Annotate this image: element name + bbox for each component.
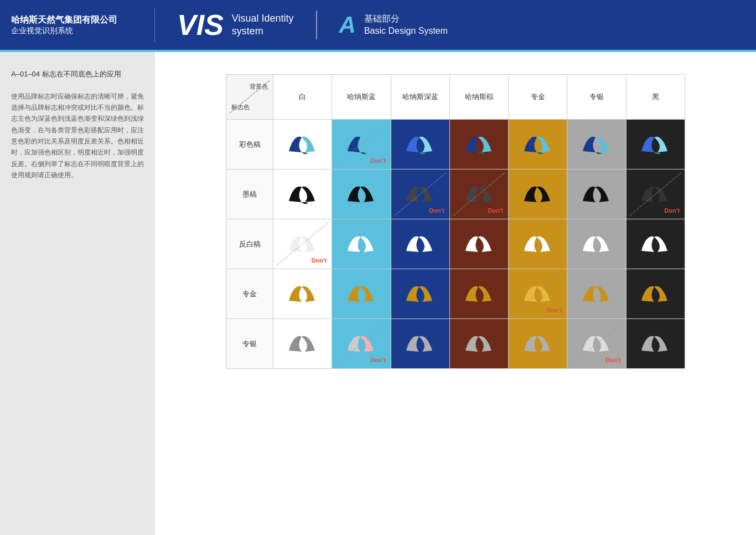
cell-fanbai-silver — [567, 219, 626, 269]
logo-zhuanyin-dark-blue — [403, 328, 437, 359]
cell-caise-white — [273, 120, 332, 169]
logo-caise-black — [639, 129, 672, 160]
logo-fanbai-black — [639, 229, 672, 259]
col-header-black: 黑 — [626, 75, 685, 120]
dont-label: Don't — [370, 357, 386, 363]
col-header-silver: 专银 — [567, 75, 626, 120]
cell-fanbai-brown — [449, 219, 508, 269]
vis-label: VIS — [177, 11, 224, 39]
logo-mozi-gold — [521, 179, 555, 209]
cell-zhuanjin-dark-blue — [391, 269, 449, 319]
col-header-gold: 专金 — [509, 75, 567, 120]
logo-matrix-table: 背景色 标志色 白 哈纳斯蓝 哈纳斯深蓝 哈纳斯棕 专金 专银 黑 彩色稿 — [226, 74, 685, 369]
cell-zhuanyin-dark-blue — [391, 319, 449, 369]
logo-mozi-hanas-blue — [345, 179, 378, 209]
logo-fanbai-dark-blue — [403, 229, 437, 259]
col-header-hanas-dark-blue: 哈纳斯深蓝 — [391, 75, 449, 120]
logo-mozi-silver — [580, 179, 613, 209]
logo-caise-hanas-blue — [345, 129, 378, 160]
cell-mozi-silver — [567, 169, 626, 219]
corner-bottom-label: 标志色 — [231, 103, 250, 111]
logo-zhuanjin-hanas-blue — [345, 279, 378, 309]
cell-caise-silver — [567, 120, 626, 169]
logo-mozi-dark-blue — [403, 179, 437, 209]
logo-zhuanyin-hanas-blue — [345, 328, 378, 359]
sidebar: A–01–04 标志在不同底色上的应用 使用品牌标志时应确保标志的清晰可辨，避免… — [0, 52, 155, 535]
logo-zhuanyin-white — [286, 328, 319, 359]
table-row-zhuanjin: 专金 — [226, 269, 685, 319]
section-label: A 基础部分 Basic Design System — [317, 12, 470, 38]
col-header-hanas-blue: 哈纳斯蓝 — [332, 75, 391, 120]
dont-label: Don't — [429, 207, 444, 214]
dont-label: Don't — [664, 207, 680, 214]
main-content: A–01–04 标志在不同底色上的应用 使用品牌标志时应确保标志的清晰可辨，避免… — [0, 52, 756, 535]
cell-fanbai-dark-blue — [391, 219, 449, 269]
row-label-zhuanyin: 专银 — [226, 319, 273, 369]
row-label-fanbai: 反白稿 — [226, 219, 273, 269]
logo-caise-dark-blue — [403, 129, 437, 160]
table-row-mozi: 墨稿 — [226, 169, 685, 219]
content-area: 背景色 标志色 白 哈纳斯蓝 哈纳斯深蓝 哈纳斯棕 专金 专银 黑 彩色稿 — [155, 52, 756, 535]
cell-caise-gold — [509, 120, 567, 169]
logo-zhuanyin-silver — [580, 328, 613, 359]
logo-caise-white — [286, 129, 319, 160]
company-info: 哈纳斯天然气集团有限公司 企业视觉识别系统 — [0, 8, 155, 42]
vis-description: Visual Identity system — [232, 12, 294, 38]
section-title: 基础部分 Basic Design System — [364, 13, 448, 38]
cell-zhuanyin-brown — [449, 319, 508, 369]
dont-label: Don't — [488, 207, 503, 214]
cell-fanbai-white: Don't — [273, 219, 332, 269]
logo-zhuanjin-dark-blue — [403, 279, 437, 309]
cell-mozi-gold — [509, 169, 567, 219]
cell-zhuanjin-hanas-blue — [332, 269, 391, 319]
logo-zhuanyin-gold — [521, 328, 555, 359]
row-label-caise: 彩色稿 — [226, 120, 273, 169]
cell-caise-black — [626, 120, 685, 169]
logo-fanbai-brown — [463, 229, 496, 259]
cell-caise-hanas-blue: Don't — [332, 120, 391, 169]
dont-label: Don't — [370, 157, 386, 164]
logo-mozi-brown — [463, 179, 496, 209]
company-name: 哈纳斯天然气集团有限公司 — [11, 14, 143, 26]
logo-zhuanyin-brown — [463, 328, 496, 359]
table-header-row: 背景色 标志色 白 哈纳斯蓝 哈纳斯深蓝 哈纳斯棕 专金 专银 黑 — [226, 75, 685, 120]
logo-fanbai-gold — [521, 229, 555, 259]
col-header-white: 白 — [273, 75, 332, 120]
logo-caise-silver — [580, 129, 613, 160]
cell-fanbai-gold — [509, 219, 567, 269]
cell-mozi-brown: Don't — [449, 169, 508, 219]
row-label-zhuanjin: 专金 — [226, 269, 273, 319]
cell-mozi-dark-blue: Don't — [391, 169, 449, 219]
cell-caise-dark-blue — [391, 120, 449, 169]
section-description: 使用品牌标志时应确保标志的清晰可辨，避免选择与品牌标志相冲突或对比不当的颜色。标… — [11, 91, 144, 181]
logo-mozi-white — [286, 179, 319, 209]
logo-mozi-black — [639, 179, 672, 209]
cell-caise-brown — [449, 120, 508, 169]
logo-caise-brown — [463, 129, 496, 160]
logo-fanbai-silver — [580, 229, 613, 259]
cell-zhuanjin-black — [626, 269, 685, 319]
company-subtitle: 企业视觉识别系统 — [11, 26, 143, 36]
table-row-fanbai: 反白稿 Don't — [226, 219, 685, 269]
cell-mozi-white — [273, 169, 332, 219]
cell-fanbai-hanas-blue — [332, 219, 391, 269]
logo-zhuanjin-brown — [463, 279, 496, 309]
corner-header: 背景色 标志色 — [226, 75, 273, 120]
corner-top-label: 背景色 — [250, 83, 268, 91]
section-number-title: A–01–04 标志在不同底色上的应用 — [11, 69, 144, 80]
logo-zhuanjin-black — [639, 279, 672, 309]
cell-zhuanjin-white — [273, 269, 332, 319]
vis-brand: VIS Visual Identity system — [155, 11, 317, 39]
table-row-caise: 彩色稿 — [226, 120, 685, 169]
dont-label: Don't — [547, 307, 562, 313]
row-label-mozi: 墨稿 — [226, 169, 273, 219]
dont-label: Don't — [312, 257, 327, 264]
cell-zhuanjin-gold: Don't — [509, 269, 567, 319]
cell-zhuanyin-white — [273, 319, 332, 369]
logo-zhuanyin-black — [639, 328, 672, 359]
page-header: 哈纳斯天然气集团有限公司 企业视觉识别系统 VIS Visual Identit… — [0, 0, 756, 50]
cell-zhuanjin-silver — [567, 269, 626, 319]
cell-fanbai-black — [626, 219, 685, 269]
logo-fanbai-hanas-blue — [345, 229, 378, 259]
logo-zhuanjin-gold — [521, 279, 555, 309]
